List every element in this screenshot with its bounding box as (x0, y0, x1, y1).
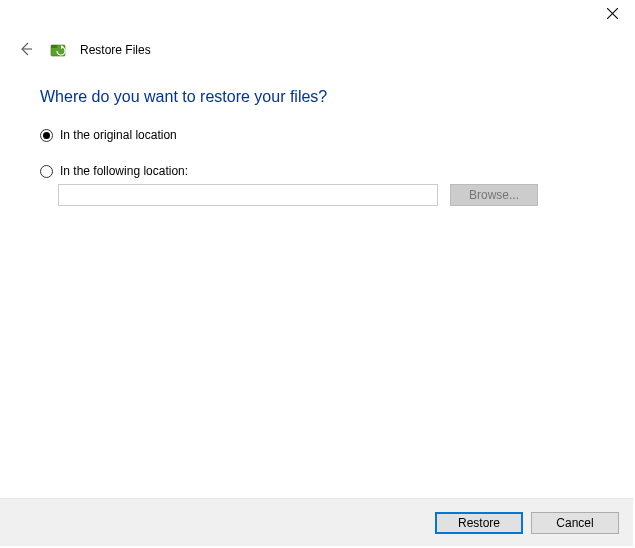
wizard-footer: Restore Cancel (0, 498, 633, 546)
radio-icon (40, 129, 53, 142)
radio-following-label: In the following location: (60, 164, 188, 178)
svg-rect-4 (51, 45, 57, 48)
close-button[interactable] (590, 0, 635, 30)
browse-button: Browse... (450, 184, 538, 206)
window-title: Restore Files (80, 43, 151, 57)
wizard-content: Where do you want to restore your files?… (40, 80, 595, 206)
path-row: Browse... (58, 184, 595, 206)
restore-files-icon (50, 41, 68, 59)
cancel-button[interactable]: Cancel (531, 512, 619, 534)
page-heading: Where do you want to restore your files? (40, 88, 595, 106)
radio-original-label: In the original location (60, 128, 177, 142)
radio-icon (40, 165, 53, 178)
wizard-header: Restore Files (14, 38, 151, 62)
radio-original-location[interactable]: In the original location (40, 128, 595, 142)
restore-path-input[interactable] (58, 184, 438, 206)
close-icon (607, 8, 618, 22)
back-arrow-icon (18, 41, 34, 60)
restore-button[interactable]: Restore (435, 512, 523, 534)
back-button[interactable] (14, 38, 38, 62)
radio-following-location[interactable]: In the following location: (40, 164, 595, 178)
